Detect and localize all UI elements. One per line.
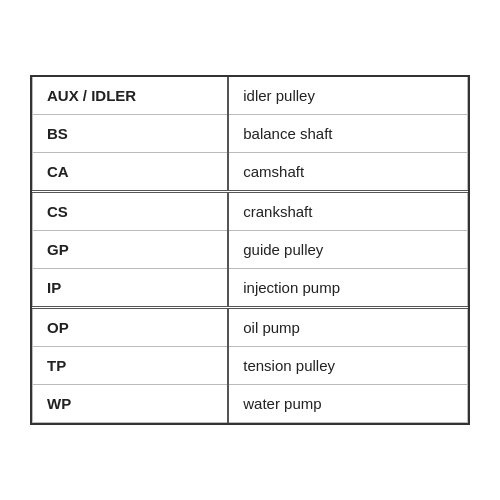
table-row: WPwater pump [33, 385, 468, 423]
description-cell: idler pulley [228, 77, 467, 115]
table-row: TPtension pulley [33, 347, 468, 385]
description-cell: water pump [228, 385, 467, 423]
abbreviation-cell: CS [33, 192, 229, 231]
description-cell: guide pulley [228, 231, 467, 269]
table-row: CAcamshaft [33, 153, 468, 192]
abbreviation-cell: AUX / IDLER [33, 77, 229, 115]
description-cell: tension pulley [228, 347, 467, 385]
table-row: AUX / IDLERidler pulley [33, 77, 468, 115]
table-row: IPinjection pump [33, 269, 468, 308]
description-cell: balance shaft [228, 115, 467, 153]
table-row: OPoil pump [33, 308, 468, 347]
description-cell: injection pump [228, 269, 467, 308]
abbreviation-cell: OP [33, 308, 229, 347]
table-row: BSbalance shaft [33, 115, 468, 153]
table-row: CScrankshaft [33, 192, 468, 231]
abbreviation-cell: WP [33, 385, 229, 423]
abbreviation-cell: IP [33, 269, 229, 308]
description-cell: oil pump [228, 308, 467, 347]
table-row: GPguide pulley [33, 231, 468, 269]
description-cell: camshaft [228, 153, 467, 192]
description-cell: crankshaft [228, 192, 467, 231]
abbreviation-cell: GP [33, 231, 229, 269]
abbreviation-cell: BS [33, 115, 229, 153]
abbreviation-cell: CA [33, 153, 229, 192]
abbreviation-cell: TP [33, 347, 229, 385]
abbreviations-table: AUX / IDLERidler pulleyBSbalance shaftCA… [30, 75, 470, 425]
